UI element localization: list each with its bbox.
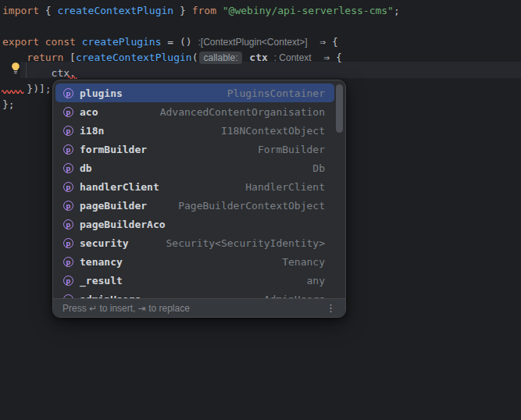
code-token-pl: = () (162, 36, 198, 48)
completion-item-type: any (307, 275, 325, 287)
completion-popup: ppluginsPluginsContainerpacoAdvancedCont… (52, 80, 346, 318)
completion-item-type: Db (312, 162, 325, 174)
completion-item-type: FormBuilder (258, 144, 325, 155)
code-token-pl: ⇒ { (308, 36, 338, 48)
popup-footer: Press ↵ to insert, ⇥ to replace ⋮ (53, 298, 345, 317)
code-token-kw: import (2, 5, 39, 16)
property-icon: p (63, 201, 73, 211)
completion-item-name: i18n (80, 125, 104, 137)
code-token-pl (39, 36, 45, 48)
code-token-fn: createPlugins (82, 36, 162, 48)
completion-item-type: HandlerClient (245, 181, 325, 193)
completion-item[interactable]: pformBuilderFormBuilder (55, 140, 334, 158)
completion-item-type: Security<SecurityIdentity> (166, 237, 326, 249)
completion-item-type: I18NContextObject (221, 125, 325, 137)
completion-item[interactable]: ppageBuilderPageBuilderContextObject (55, 196, 334, 215)
property-icon: p (63, 238, 73, 248)
code-token-pl: } (173, 5, 191, 16)
completion-item-name: tenancy (80, 256, 123, 268)
completion-item-type: PageBuilderContextObject (178, 200, 325, 212)
code-token-kw: from (192, 5, 216, 16)
editor[interactable]: import { createContextPlugin } from "@we… (0, 0, 521, 420)
code-token-hint: :[ContextPlugin<Context>] (198, 37, 307, 48)
more-options-icon[interactable]: ⋮ (326, 302, 336, 314)
completion-item-name: aco (80, 106, 98, 118)
completion-item[interactable]: padminUsersAdminUsers (55, 290, 334, 298)
code-token-pl: ( (192, 52, 198, 63)
code-token-pl: { (39, 5, 57, 16)
completion-item-name: formBuilder (80, 144, 147, 155)
error-squiggle-after-dot (68, 74, 77, 79)
code-token-pl: }; (2, 98, 15, 110)
completion-item[interactable]: ppageBuilderAco (55, 215, 334, 233)
code-token-fn: createContextPlugin (76, 52, 192, 63)
code-token-pl (216, 5, 223, 16)
property-icon: p (63, 88, 73, 98)
completion-item-name: pageBuilder (80, 200, 147, 212)
completion-item[interactable]: psecuritySecurity<SecurityIdentity> (55, 233, 334, 252)
property-icon: p (63, 182, 73, 192)
code-line[interactable]: return [createContextPlugin(callable: ct… (2, 50, 400, 66)
code-line[interactable] (2, 19, 400, 34)
completion-item[interactable]: phandlerClientHandlerClient (55, 177, 334, 196)
property-icon: p (63, 219, 73, 230)
code-token-chip: callable: (199, 52, 241, 64)
code-token-pl: ctx. (2, 67, 76, 79)
completion-item[interactable]: ppluginsPluginsContainer (55, 84, 334, 102)
error-squiggle-line6 (2, 88, 24, 94)
code-token-param: ctx (249, 52, 267, 63)
code-token-kw: export (2, 36, 39, 48)
code-token-pl: ; (394, 5, 400, 16)
code-token-pl (2, 52, 27, 63)
completion-item[interactable]: p_resultany (55, 271, 334, 290)
code-token-pl: ⇒ { (312, 52, 342, 63)
completion-item-type: AdvancedContentOrganisation (160, 106, 325, 118)
completion-item-name: handlerClient (80, 181, 159, 193)
popup-scrollbar-thumb[interactable] (336, 84, 343, 133)
code-token-pl (268, 52, 274, 63)
completion-item-name: db (80, 162, 92, 174)
completion-item-name: security (80, 237, 129, 249)
completion-item-name: plugins (80, 87, 123, 99)
completion-item[interactable]: pacoAdvancedContentOrganisation (55, 102, 334, 121)
code-token-kw: const (45, 36, 76, 48)
code-token-pl: [ (63, 52, 76, 63)
completion-item-type: Tenancy (282, 256, 325, 268)
completion-item-type: PluginsContainer (227, 87, 325, 99)
completion-list: ppluginsPluginsContainerpacoAdvancedCont… (54, 81, 344, 298)
completion-item[interactable]: ptenancyTenancy (55, 252, 334, 271)
property-icon: p (63, 144, 73, 155)
completion-item[interactable]: pdbDb (55, 158, 334, 177)
completion-item-name: pageBuilderAco (80, 219, 166, 230)
code-line[interactable]: ctx. (2, 66, 400, 81)
code-token-pl (76, 36, 82, 48)
footer-hint-text: Press ↵ to insert, ⇥ to replace (62, 303, 190, 314)
property-icon: p (63, 107, 73, 117)
property-icon: p (63, 257, 73, 267)
property-icon: p (63, 126, 73, 136)
code-line[interactable]: import { createContextPlugin } from "@we… (2, 3, 400, 19)
property-icon: p (63, 276, 73, 286)
completion-item-name: _result (80, 275, 123, 287)
property-icon: p (63, 163, 73, 173)
code-token-fn: createContextPlugin (57, 5, 173, 16)
code-token-str: "@webiny/api-serverless-cms" (223, 5, 394, 16)
code-line[interactable]: export const createPlugins = () :[Contex… (2, 34, 400, 50)
code-token-hint: : Context (274, 52, 312, 63)
completion-item[interactable]: pi18nI18NContextObject (55, 121, 334, 140)
code-token-kw: return (27, 52, 63, 63)
